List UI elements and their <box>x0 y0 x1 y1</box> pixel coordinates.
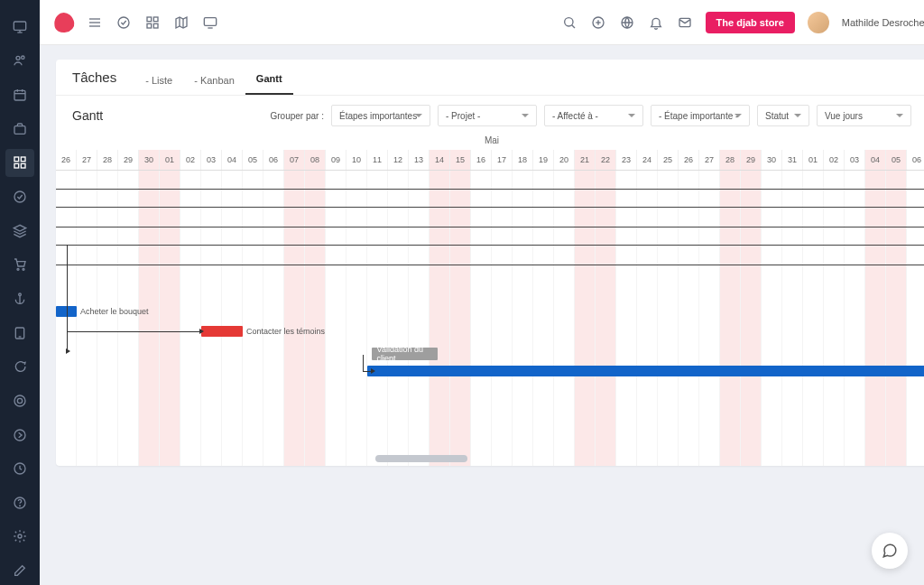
day-header: 03 <box>845 150 865 170</box>
svg-point-3 <box>16 57 20 60</box>
svg-point-23 <box>17 398 22 403</box>
day-header: 30 <box>762 150 782 170</box>
chat-icon[interactable] <box>5 352 34 381</box>
settings-icon[interactable] <box>5 523 34 552</box>
view-mode-select[interactable]: Vue jours <box>817 105 911 126</box>
monitor-icon[interactable] <box>5 13 34 42</box>
day-header: 01 <box>803 150 824 170</box>
svg-rect-0 <box>14 22 25 30</box>
cart-icon[interactable] <box>5 250 34 279</box>
tablet-icon[interactable] <box>5 319 34 348</box>
svg-rect-35 <box>147 23 152 28</box>
store-button[interactable]: The djab store <box>706 12 795 33</box>
day-header: 29 <box>118 150 139 170</box>
group-by-label: Grouper par : <box>271 111 324 121</box>
day-header: 26 <box>679 150 699 170</box>
horizontal-scrollbar[interactable] <box>375 455 467 462</box>
day-header: 31 <box>782 150 803 170</box>
day-header: 04 <box>865 150 886 170</box>
display-icon[interactable] <box>202 14 218 31</box>
svg-marker-15 <box>14 225 25 231</box>
edit-icon[interactable] <box>5 556 34 585</box>
day-header: 13 <box>409 150 430 170</box>
day-header: 26 <box>56 150 77 170</box>
gantt-bar-label: Contacter les témoins <box>246 327 325 336</box>
day-header: 28 <box>97 150 118 170</box>
map-icon[interactable] <box>173 14 189 31</box>
svg-rect-34 <box>153 17 158 22</box>
svg-rect-5 <box>14 90 25 100</box>
svg-point-16 <box>17 269 19 271</box>
svg-point-18 <box>19 293 22 296</box>
day-header: 29 <box>741 150 762 170</box>
tabs-row: Tâches - Liste - Kanban Gantt <box>56 60 924 96</box>
gantt-bar[interactable] <box>201 326 243 337</box>
user-name[interactable]: Mathilde Desroches <box>842 17 924 28</box>
layers-icon[interactable] <box>5 217 34 246</box>
svg-rect-13 <box>21 164 25 169</box>
day-header: 17 <box>492 150 513 170</box>
sidebar-nav <box>0 0 40 585</box>
day-header: 02 <box>824 150 845 170</box>
user-avatar[interactable] <box>808 12 829 33</box>
day-header: 21 <box>575 150 596 170</box>
day-header: 25 <box>658 150 679 170</box>
day-header: 28 <box>720 150 741 170</box>
svg-point-41 <box>564 17 572 25</box>
day-header: 18 <box>513 150 533 170</box>
day-header: 05 <box>886 150 907 170</box>
bell-icon[interactable] <box>648 14 664 31</box>
day-header: 22 <box>596 150 616 170</box>
day-header: 27 <box>77 150 97 170</box>
day-header: 06 <box>263 150 284 170</box>
clock-icon[interactable] <box>5 454 34 483</box>
help-icon[interactable] <box>5 488 34 517</box>
search-icon[interactable] <box>561 14 578 31</box>
day-header: 07 <box>284 150 305 170</box>
day-header: 12 <box>388 150 409 170</box>
day-header: 15 <box>450 150 471 170</box>
filter-status-select[interactable]: Statut <box>757 105 809 126</box>
arrow-right-icon[interactable] <box>5 421 34 450</box>
day-header: 03 <box>201 150 222 170</box>
users-icon[interactable] <box>5 47 34 76</box>
svg-rect-12 <box>14 164 19 169</box>
grid-icon[interactable] <box>5 149 34 178</box>
day-header: 19 <box>533 150 554 170</box>
group-by-select[interactable]: Étapes importantes <box>331 105 430 126</box>
svg-point-17 <box>23 269 24 271</box>
target-icon[interactable] <box>5 386 34 415</box>
mail-icon[interactable] <box>677 14 693 31</box>
svg-point-27 <box>20 506 21 506</box>
gantt-chart[interactable]: Mai 262728293001020304050607080910111213… <box>56 135 924 466</box>
day-header: 08 <box>305 150 326 170</box>
month-label: Mai <box>56 135 924 150</box>
logo-icon[interactable] <box>52 11 75 33</box>
tab-liste[interactable]: - Liste <box>134 75 183 95</box>
filter-milestone-select[interactable]: - Étape importante - <box>651 105 750 126</box>
calendar-icon[interactable] <box>5 80 34 109</box>
chat-button[interactable] <box>872 533 908 569</box>
day-header: 27 <box>699 150 720 170</box>
tab-gantt[interactable]: Gantt <box>245 73 293 95</box>
filter-project-select[interactable]: - Projet - <box>438 105 537 126</box>
gantt-bar[interactable] <box>367 366 924 376</box>
svg-point-4 <box>22 56 24 59</box>
plus-icon[interactable] <box>590 14 606 31</box>
briefcase-icon[interactable] <box>5 115 34 144</box>
svg-point-28 <box>18 534 22 538</box>
svg-rect-9 <box>14 125 25 134</box>
day-header: 24 <box>637 150 658 170</box>
check-circle-icon[interactable] <box>5 182 34 211</box>
filter-assignee-select[interactable]: - Affecté à - <box>544 105 643 126</box>
menu-icon[interactable] <box>87 14 103 31</box>
tab-kanban[interactable]: - Kanban <box>183 75 245 95</box>
day-header: 20 <box>554 150 575 170</box>
anchor-icon[interactable] <box>5 284 34 313</box>
apps-icon[interactable] <box>144 14 161 31</box>
check-icon[interactable] <box>116 14 132 31</box>
globe-icon[interactable] <box>619 14 635 31</box>
gantt-bar-label: Acheter le bouquet <box>80 307 149 316</box>
gantt-bar[interactable]: Validation du client <box>372 348 439 360</box>
day-header: 11 <box>367 150 388 170</box>
